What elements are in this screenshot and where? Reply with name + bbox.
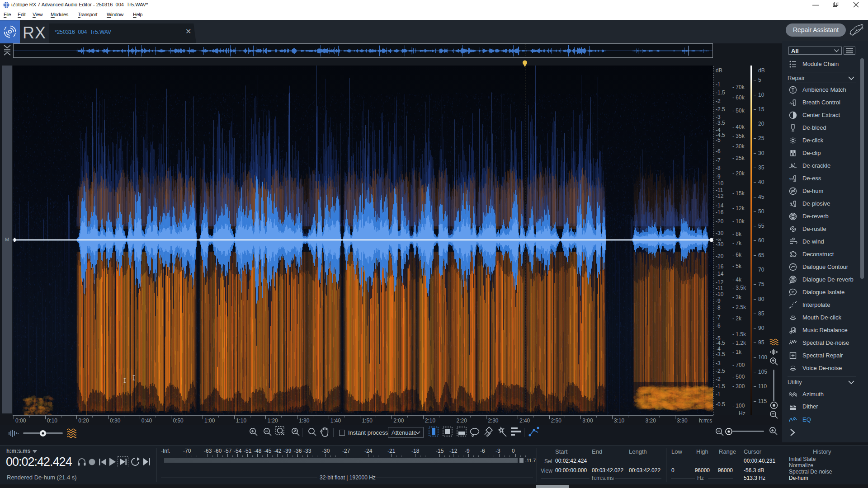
svg-text:ss: ss <box>789 177 794 181</box>
